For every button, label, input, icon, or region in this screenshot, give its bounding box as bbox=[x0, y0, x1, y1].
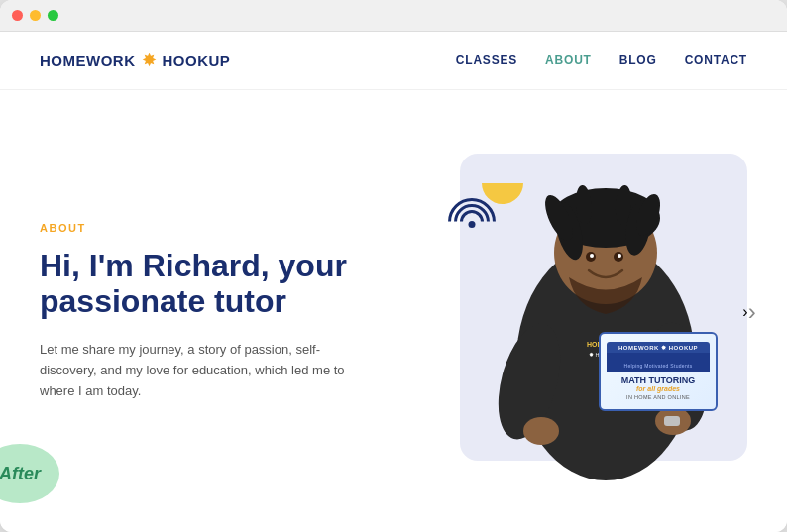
right-content: HOMEWORK ✸ HOOKUP bbox=[430, 144, 747, 480]
nav-links: CLASSES ABOUT BLOG CONTACT bbox=[456, 53, 747, 67]
svg-rect-19 bbox=[664, 416, 680, 426]
main-content: ABOUT Hi, I'm Richard, your passionate t… bbox=[0, 90, 787, 523]
nav-link-classes[interactable]: CLASSES bbox=[456, 53, 517, 67]
svg-point-17 bbox=[590, 254, 594, 258]
wifi-center-dot bbox=[469, 221, 476, 228]
navbar: HOMEWORK ✸ HOOKUP CLASSES ABOUT BLOG CON… bbox=[0, 32, 787, 90]
maximize-dot[interactable] bbox=[48, 10, 58, 21]
page-content: HOMEWORK ✸ HOOKUP CLASSES ABOUT BLOG CON… bbox=[0, 32, 787, 532]
math-tutoring-box: HOMEWORK ✸ HOOKUP Helping Motivated Stud… bbox=[599, 332, 718, 411]
headline: Hi, I'm Richard, your passionate tutor bbox=[40, 248, 377, 321]
after-label: After bbox=[0, 464, 41, 484]
signal-decoration bbox=[448, 198, 496, 224]
nav-link-blog[interactable]: BLOG bbox=[619, 53, 657, 67]
box-sub-text: for all grades bbox=[636, 385, 680, 392]
chevron-right-icon: › bbox=[742, 303, 747, 321]
browser-titlebar bbox=[0, 0, 787, 32]
close-dot[interactable] bbox=[12, 10, 23, 21]
after-badge: After bbox=[0, 444, 59, 503]
box-subheader: Helping Motivated Students bbox=[624, 363, 693, 369]
minimize-dot[interactable] bbox=[30, 10, 41, 21]
svg-point-13 bbox=[523, 417, 559, 445]
nav-link-contact[interactable]: CONTACT bbox=[685, 53, 747, 67]
box-header-brand: HOMEWORK ✸ HOOKUP bbox=[607, 342, 710, 353]
browser-window: HOMEWORK ✸ HOOKUP CLASSES ABOUT BLOG CON… bbox=[0, 0, 787, 532]
logo-text-hookup: HOOKUP bbox=[163, 53, 231, 69]
next-slide-button[interactable]: › bbox=[737, 300, 761, 324]
nav-link-about[interactable]: ABOUT bbox=[545, 53, 592, 67]
svg-point-18 bbox=[618, 254, 621, 258]
logo-text-homework: HOMEWORK bbox=[40, 53, 136, 69]
person-image: HOMEWORK ✸ HOOKUP bbox=[470, 163, 742, 480]
left-content: ABOUT Hi, I'm Richard, your passionate t… bbox=[40, 222, 430, 402]
box-main-text: MATH TUTORING bbox=[621, 375, 696, 386]
about-label: ABOUT bbox=[40, 222, 410, 234]
logo: HOMEWORK ✸ HOOKUP bbox=[40, 50, 230, 71]
logo-star-icon: ✸ bbox=[142, 50, 157, 71]
person-svg: HOMEWORK ✸ HOOKUP bbox=[470, 163, 742, 480]
box-bottom-text: IN HOME AND ONLINE bbox=[626, 394, 690, 400]
description: Let me share my journey, a story of pass… bbox=[40, 340, 347, 401]
